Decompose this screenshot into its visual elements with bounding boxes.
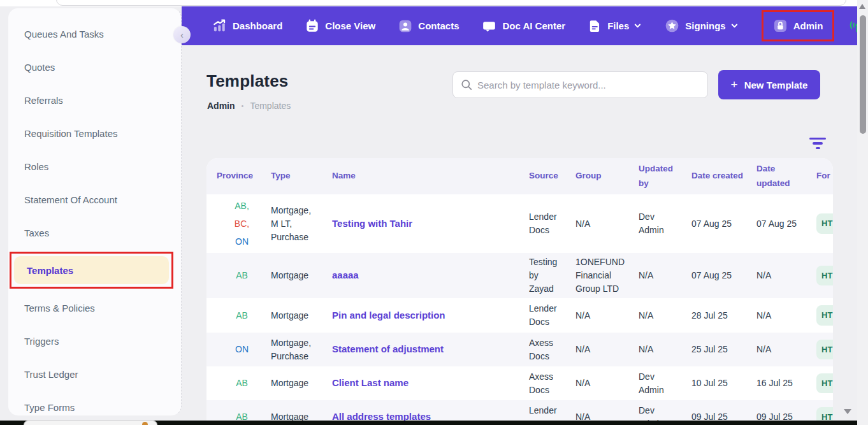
sidebar-item-queues-and-tasks[interactable]: Queues And Tasks	[8, 17, 181, 50]
format-cell: HT	[814, 333, 833, 366]
date-created-cell: 09 Jul 25	[685, 400, 750, 421]
column-header-updated-by: Updated by	[632, 158, 685, 194]
source-cell: Testing by Zayad	[523, 253, 569, 298]
scrollbar-up-button[interactable]	[859, 4, 865, 9]
lock-icon	[773, 18, 788, 33]
column-header-date-updated: Date updated	[750, 158, 814, 194]
chart-icon	[212, 18, 227, 33]
province-code: AB,	[235, 199, 249, 213]
new-template-button[interactable]: + New Template	[718, 70, 820, 99]
page-title: Templates	[206, 71, 288, 91]
type-cell: Mortgage	[264, 400, 322, 421]
format-cell: HT	[814, 366, 833, 400]
sidebar-item-requisition-templates[interactable]: Requisition Templates	[8, 117, 181, 150]
nav-item-close-view[interactable]: Close View	[305, 19, 375, 33]
name-cell: Statement of adjustment	[322, 333, 523, 366]
nav-item-doc-ai-center[interactable]: Doc AI Center	[482, 19, 565, 33]
sidebar-item-triggers[interactable]: Triggers	[8, 324, 181, 357]
person-icon	[398, 19, 412, 33]
star-icon	[665, 18, 679, 33]
template-name-link[interactable]: Client Last name	[332, 376, 409, 391]
template-name-link[interactable]: aaaaa	[332, 268, 359, 283]
nav-item-files[interactable]: Files	[588, 19, 642, 33]
taskbar-app-icon	[142, 422, 148, 425]
type-cell: Mortgage, Purchase	[264, 333, 322, 366]
sidebar-item-statement-of-account[interactable]: Statement Of Account	[8, 183, 181, 216]
nav-item-dashboard[interactable]: Dashboard	[212, 18, 282, 33]
province-code: BC,	[235, 217, 249, 231]
province-code: AB	[236, 269, 248, 282]
filter-icon[interactable]	[808, 136, 827, 151]
sidebar-item-taxes[interactable]: Taxes	[8, 216, 181, 249]
format-cell: HT	[814, 194, 833, 253]
template-name-link[interactable]: Testing with Tahir	[332, 217, 412, 231]
type-cell: Mortgage	[264, 253, 322, 298]
sidebar-item-type-forms[interactable]: Type Forms	[8, 391, 181, 424]
province-code: AB	[236, 377, 248, 390]
group-cell: N/A	[569, 298, 632, 333]
column-header-source: Source	[523, 158, 569, 194]
browser-scrollbar[interactable]	[857, 0, 868, 425]
updated-by-cell: Dev Admin	[632, 400, 685, 421]
nav-item-contacts[interactable]: Contacts	[398, 19, 459, 33]
group-cell: 1ONEFUND Financial Group LTD	[569, 253, 632, 298]
province-code: AB	[236, 410, 248, 421]
province-code: ON	[235, 343, 249, 356]
source-cell: Axess Docs	[523, 366, 569, 400]
date-updated-cell: N/A	[750, 298, 814, 333]
annotation-box-templates: Templates	[10, 252, 173, 289]
plus-icon: +	[731, 78, 738, 92]
sidebar-item-quotes[interactable]: Quotes	[8, 50, 181, 83]
group-cell: N/A	[569, 400, 632, 421]
breadcrumb-parent[interactable]: Admin	[207, 101, 235, 111]
table-row: AB,BC,ONMortgage, M LT, PurchaseTesting …	[206, 194, 833, 253]
topnav-items: DashboardClose ViewContactsDoc AI Center…	[212, 10, 847, 41]
date-updated-cell: N/A	[750, 333, 814, 366]
sidebar-item-templates[interactable]: Templates	[14, 256, 169, 284]
taskbar-edge	[0, 421, 857, 425]
province-cell: AB,BC,ON	[206, 194, 264, 253]
column-header-group: Group	[569, 158, 632, 194]
search-icon	[461, 79, 472, 90]
group-cell: N/A	[569, 194, 632, 253]
column-header-date-created: Date created	[685, 158, 750, 194]
updated-by-cell: N/A	[632, 298, 685, 333]
format-cell: HT	[814, 400, 833, 421]
template-name-link[interactable]: All address templates	[332, 410, 431, 421]
table-row: ABMortgageAll address templatesLender Do…	[206, 400, 833, 421]
name-cell: Testing with Tahir	[322, 194, 523, 253]
column-header-for: For	[814, 158, 833, 194]
province-cell: ON	[206, 333, 264, 366]
admin-sidebar: Queues And TasksQuotesReferralsRequisiti…	[8, 8, 182, 416]
search-input[interactable]	[477, 80, 700, 90]
column-header-province: Province	[206, 158, 264, 194]
sidebar-item-trust-ledger[interactable]: Trust Ledger	[8, 357, 181, 391]
new-template-label: New Template	[744, 80, 808, 90]
sidebar-item-roles[interactable]: Roles	[8, 150, 181, 183]
province-code: ON	[235, 235, 249, 249]
format-badge: HT	[816, 266, 833, 286]
top-navbar: DashboardClose ViewContactsDoc AI Center…	[182, 6, 857, 45]
template-name-link[interactable]: Statement of adjustment	[332, 342, 444, 357]
updated-by-cell: N/A	[632, 253, 685, 298]
updated-by-cell: Dev Admin	[632, 366, 685, 400]
sidebar-item-terms-policies[interactable]: Terms & Policies	[8, 291, 181, 324]
format-badge: HT	[816, 373, 833, 394]
nav-item-signings[interactable]: Signings	[665, 18, 738, 33]
date-created-cell: 28 Jul 25	[685, 298, 750, 333]
nav-item-admin[interactable]: Admin	[762, 10, 835, 41]
nav-item-label: Close View	[325, 20, 375, 31]
date-created-cell: 10 Jul 25	[685, 366, 750, 400]
scroll-down-arrow-icon[interactable]	[844, 409, 851, 414]
province-cell: AB	[206, 400, 264, 421]
sidebar-item-referrals[interactable]: Referrals	[8, 83, 181, 117]
templates-table: ProvinceTypeNameSourceGroupUpdated byDat…	[206, 158, 833, 421]
province-code: AB	[236, 309, 248, 322]
template-name-link[interactable]: Pin and legal description	[332, 308, 445, 323]
name-cell: aaaaa	[322, 253, 523, 298]
scrollbar-thumb[interactable]	[860, 15, 866, 134]
sidebar-collapse-button[interactable]: ‹	[173, 26, 191, 43]
browser-top-strip	[0, 0, 868, 6]
date-updated-cell: N/A	[750, 253, 814, 298]
nav-item-label: Admin	[793, 20, 823, 31]
